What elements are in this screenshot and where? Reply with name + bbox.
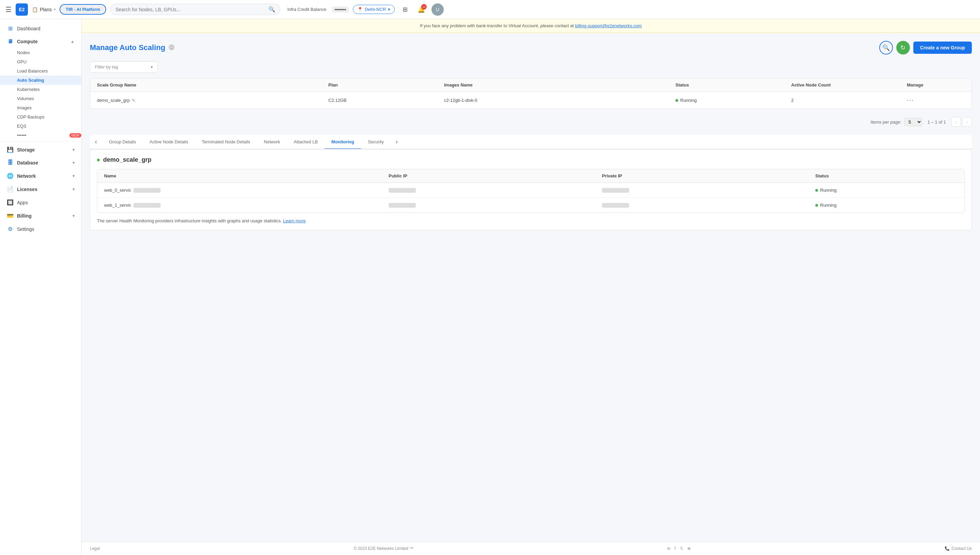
row-plan: C2.12GB: [328, 98, 444, 103]
sidebar-item-dashboard[interactable]: ⊞ Dashboard: [0, 22, 82, 35]
tab-active-node-details[interactable]: Active Node Details: [142, 135, 195, 149]
refresh-button[interactable]: ↻: [896, 41, 910, 55]
col-header-images: Images Name: [444, 82, 675, 88]
tabs-bar: ‹ Group Details Active Node Details Term…: [90, 135, 972, 149]
prev-page-button[interactable]: ‹: [951, 117, 961, 127]
twitter-icon[interactable]: 𝕏: [680, 546, 683, 551]
tab-monitoring[interactable]: Monitoring: [325, 135, 361, 149]
sidebar-section-storage[interactable]: 💾 Storage ▾: [0, 143, 82, 156]
credit-value: ••••••••: [332, 6, 349, 13]
inner-row-0-private-ip: •••••••••••: [602, 188, 815, 193]
sidebar-item-auto-scaling[interactable]: Auto Scaling: [0, 75, 82, 85]
monitoring-table: Name Public IP Private IP Status web_0_s…: [97, 169, 965, 213]
notification-badge: 12: [421, 4, 427, 10]
page-header: Manage Auto Scaling ⓪ 🔍 ↻ Create a new G…: [90, 41, 972, 55]
sidebar-item-images[interactable]: Images: [0, 103, 82, 112]
inner-col-private-ip: Private IP: [602, 173, 815, 178]
row-manage[interactable]: ···: [907, 97, 965, 104]
tab-security[interactable]: Security: [361, 135, 391, 149]
sidebar-item-load-balancers[interactable]: Load Balancers: [0, 66, 82, 75]
linkedin-icon[interactable]: in: [667, 546, 670, 551]
sidebar-item-volumes[interactable]: Volumes: [0, 94, 82, 103]
next-page-button[interactable]: ›: [962, 117, 972, 127]
inner-row-0-public-ip: ••••••••••••: [388, 188, 602, 193]
row-status: Running: [675, 98, 791, 103]
sidebar-item-blurred[interactable]: •••••• NEW: [0, 131, 82, 140]
page-range: 1 – 1 of 1: [927, 120, 946, 125]
inner-row-1-private-ip: •••••••••••: [602, 203, 815, 208]
plans-button[interactable]: 📋 Plans ▾: [32, 7, 56, 12]
apps-icon: 🔲: [7, 199, 14, 206]
region-button[interactable]: 📍 Delhi-NCR ▾: [353, 5, 395, 14]
learn-more-link[interactable]: Learn more: [283, 218, 305, 223]
items-per-page-select[interactable]: 5 10 25: [904, 118, 922, 126]
sidebar-section-database[interactable]: 🗄 Database ▾: [0, 156, 82, 169]
search-bar[interactable]: 🔍: [110, 4, 280, 15]
create-group-button[interactable]: Create a new Group: [913, 42, 972, 54]
inner-row-1-status: Running: [815, 202, 958, 208]
contact-us[interactable]: 📞 Contact Us: [945, 546, 972, 551]
hamburger-menu[interactable]: ☰: [5, 5, 11, 14]
plans-icon: 📋: [32, 7, 38, 12]
sidebar-item-kubernetes[interactable]: Kubernetes: [0, 85, 82, 94]
filter-row: Filter by tag ▾: [90, 61, 972, 72]
apps-grid-button[interactable]: ⊞: [399, 3, 411, 16]
sidebar-item-gpu[interactable]: GPU: [0, 57, 82, 66]
credit-label: Infra Credit Balance: [287, 7, 326, 12]
logo: E2: [16, 3, 28, 16]
inner-row-0-name-blurred: ••••: [133, 188, 161, 193]
col-header-plan: Plan: [328, 82, 444, 88]
inner-table-row[interactable]: web_0_servic •••• •••••••••••• •••••••••…: [98, 183, 964, 198]
main-content: If you face any problem with bank-transf…: [82, 19, 980, 555]
billing-support-link[interactable]: billing-support@e2enetworks.com: [575, 23, 642, 28]
inner-row-1-public-ip: ••••••••••••: [388, 203, 602, 208]
database-chevron-icon: ▾: [72, 160, 75, 165]
avatar[interactable]: U: [432, 3, 444, 16]
edit-icon[interactable]: ✎: [132, 98, 136, 103]
facebook-icon[interactable]: f: [675, 546, 675, 551]
sidebar-item-eqs[interactable]: EQS: [0, 122, 82, 131]
sidebar-section-licenses[interactable]: 📄 Licenses ▾: [0, 183, 82, 196]
sidebar-section-compute[interactable]: 🖥 Compute ▲: [0, 35, 82, 48]
inner-row-1-name: web_1_servic ••••: [104, 202, 388, 208]
group-header: demo_scale_grp: [97, 156, 965, 164]
tab-group-details[interactable]: Group Details: [102, 135, 142, 149]
network-chevron-icon: ▾: [72, 174, 75, 178]
plans-arrow-icon: ▾: [54, 8, 56, 11]
dashboard-icon: ⊞: [7, 25, 14, 32]
contact-icon: 📞: [945, 546, 950, 551]
sidebar-item-settings[interactable]: ⚙ Settings: [0, 222, 82, 236]
top-navigation: ☰ E2 📋 Plans ▾ TIR - AI Platform 🔍 Infra…: [0, 0, 980, 19]
table-row[interactable]: demo_scale_grp ✎ C2.12GB c2-12gb-1-disk-…: [90, 92, 972, 109]
sidebar-item-cdp-backups[interactable]: CDP Backups: [0, 112, 82, 122]
social-links: in f 𝕏 ⊕: [667, 546, 691, 551]
brand-button[interactable]: TIR - AI Platform: [59, 4, 106, 14]
tab-terminated-node-details[interactable]: Terminated Node Details: [195, 135, 257, 149]
help-icon[interactable]: ⓪: [169, 44, 174, 51]
notifications-button[interactable]: 🔔 12: [415, 3, 427, 16]
sidebar-item-apps[interactable]: 🔲 Apps: [0, 196, 82, 209]
filter-by-tag-select[interactable]: Filter by tag ▾: [90, 61, 158, 72]
inner-row-1-name-blurred: ••••: [133, 203, 161, 208]
tab-network[interactable]: Network: [257, 135, 287, 149]
search-toggle-button[interactable]: 🔍: [879, 41, 893, 55]
licenses-icon: 📄: [7, 186, 14, 192]
storage-chevron-icon: ▾: [72, 148, 75, 152]
sidebar: ⊞ Dashboard 🖥 Compute ▲ Nodes GPU Load B…: [0, 19, 82, 555]
row-image: c2-12gb-1-disk-0: [444, 98, 675, 103]
search-input[interactable]: [115, 7, 266, 12]
sidebar-section-network[interactable]: 🌐 Network ▾: [0, 169, 82, 183]
more-options-icon[interactable]: ···: [907, 97, 914, 104]
inner-row-0-status: Running: [815, 188, 958, 193]
sidebar-item-nodes[interactable]: Nodes: [0, 48, 82, 57]
search-icon: 🔍: [269, 6, 275, 13]
page-navigation: ‹ ›: [951, 117, 972, 127]
tabs-next-button[interactable]: ›: [391, 135, 403, 149]
tab-attached-lb[interactable]: Attached LB: [287, 135, 325, 149]
sidebar-section-billing[interactable]: 💳 Billing ▾: [0, 209, 82, 222]
status-dot: [675, 99, 678, 102]
rss-icon[interactable]: ⊕: [687, 546, 691, 551]
items-per-page: Items per page: 5 10 25: [870, 118, 922, 126]
inner-table-row[interactable]: web_1_servic •••• •••••••••••• •••••••••…: [98, 198, 964, 212]
tabs-prev-button[interactable]: ‹: [90, 135, 102, 149]
